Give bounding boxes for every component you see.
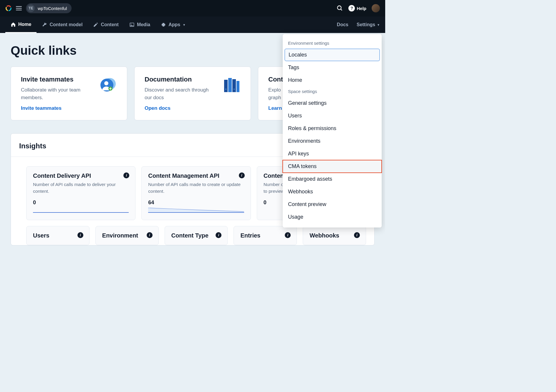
dropdown-item-environments[interactable]: Environments — [283, 135, 382, 147]
nav-home[interactable]: Home — [5, 16, 37, 33]
card-title: Cont — [268, 76, 283, 83]
insight-title: Content Management API — [148, 172, 244, 179]
teammates-icon — [98, 76, 117, 94]
metric-content-type: i Content Type — [165, 226, 228, 245]
svg-rect-13 — [232, 79, 236, 92]
nav-label: Content model — [49, 22, 82, 27]
metric-title: Content Type — [171, 232, 221, 239]
dropdown-item-embargoed[interactable]: Embargoed assets — [283, 173, 382, 185]
topbar-left: TE wpToContenful — [5, 3, 72, 13]
nav-content-model[interactable]: Content model — [37, 16, 88, 33]
dropdown-item-cma-tokens[interactable]: CMA tokens — [283, 160, 382, 173]
navbar-right: Docs Settings ▼ — [337, 22, 380, 27]
nav-label: Content — [101, 22, 118, 27]
help-icon: ? — [348, 5, 355, 11]
pen-icon — [93, 22, 98, 27]
sparkline — [148, 207, 244, 213]
metric-webhooks: i Webhooks — [303, 226, 366, 245]
dropdown-item-home[interactable]: Home — [283, 74, 382, 87]
sparkline — [33, 207, 129, 213]
svg-point-3 — [337, 6, 341, 10]
metric-title: Webhooks — [310, 232, 359, 239]
dropdown-item-webhooks[interactable]: Webhooks — [283, 185, 382, 198]
nav-apps[interactable]: Apps ▼ — [155, 16, 191, 33]
dropdown-item-api-keys[interactable]: API keys — [283, 147, 382, 160]
insight-cda: i Content Delivery API Number of API cal… — [26, 166, 135, 220]
metric-entries: i Entries — [234, 226, 297, 245]
contentful-logo — [5, 5, 12, 11]
puzzle-icon — [161, 22, 166, 27]
help-label: Help — [357, 6, 366, 11]
nav-label: Apps — [168, 22, 180, 27]
nav-media[interactable]: Media — [124, 16, 155, 33]
navbar: Home Content model Content Media Apps ▼ … — [0, 16, 385, 33]
card-desc: Explo graph — [268, 86, 283, 101]
svg-rect-12 — [228, 78, 232, 92]
nav-settings[interactable]: Settings ▼ — [357, 22, 380, 27]
metric-users: i Users — [26, 226, 90, 245]
space-name: wpToContenful — [38, 6, 67, 11]
docs-label: Docs — [337, 22, 348, 27]
avatar[interactable] — [372, 4, 380, 12]
chevron-down-icon: ▼ — [377, 23, 380, 26]
dropdown-item-tags[interactable]: Tags — [283, 61, 382, 74]
info-icon[interactable]: i — [354, 232, 360, 238]
svg-point-15 — [225, 89, 226, 90]
image-icon — [129, 22, 135, 27]
topbar-right: ? Help — [337, 4, 380, 12]
navbar-left: Home Content model Content Media Apps ▼ — [5, 16, 191, 33]
insight-title: Content Delivery API — [33, 172, 129, 179]
svg-point-6 — [131, 24, 131, 24]
settings-label: Settings — [357, 22, 375, 27]
insight-value: 0 — [33, 200, 129, 206]
books-icon — [222, 76, 241, 94]
card-link[interactable]: Invite teammates — [21, 105, 62, 111]
dropdown-item-usage[interactable]: Usage — [283, 211, 382, 223]
chevron-down-icon: ▼ — [183, 23, 186, 26]
settings-dropdown: Environment settings Locales Tags Home S… — [283, 34, 382, 227]
info-icon[interactable]: i — [285, 232, 291, 238]
svg-point-9 — [104, 81, 108, 85]
nav-label: Home — [18, 22, 31, 27]
space-selector[interactable]: TE wpToContenful — [26, 3, 72, 13]
dropdown-item-general-settings[interactable]: General settings — [283, 97, 382, 109]
svg-line-4 — [341, 9, 342, 11]
insight-desc: Number of API calls made to deliver your… — [33, 181, 129, 195]
card-link[interactable]: Open docs — [145, 105, 171, 111]
info-icon[interactable]: i — [239, 172, 245, 178]
dropdown-item-locales[interactable]: Locales — [284, 49, 380, 61]
svg-rect-14 — [236, 81, 239, 92]
info-icon[interactable]: i — [216, 232, 221, 238]
home-icon — [11, 22, 16, 27]
wrench-icon — [42, 22, 47, 27]
dropdown-section-space: Space settings — [283, 87, 382, 97]
insight-value: 64 — [148, 200, 244, 206]
svg-rect-11 — [224, 80, 228, 92]
card-link[interactable]: Learn — [268, 105, 282, 111]
help-button[interactable]: ? Help — [348, 5, 366, 11]
nav-docs[interactable]: Docs — [337, 22, 348, 27]
search-icon[interactable] — [337, 5, 343, 11]
svg-point-16 — [234, 89, 235, 90]
card-desc: Discover and search through our docs — [145, 86, 216, 101]
menu-icon[interactable] — [16, 6, 22, 10]
metric-title: Entries — [240, 232, 290, 239]
dropdown-item-users[interactable]: Users — [283, 109, 382, 122]
metric-title: Users — [33, 232, 83, 239]
card-documentation: Documentation Discover and search throug… — [134, 67, 251, 120]
insight-desc: Number of API calls made to create or up… — [148, 181, 244, 195]
card-title: Documentation — [145, 76, 216, 83]
metric-environment: i Environment — [95, 226, 159, 245]
space-initials: TE — [27, 4, 35, 12]
info-icon[interactable]: i — [77, 232, 83, 238]
dropdown-section-env: Environment settings — [283, 38, 382, 49]
dropdown-item-content-preview[interactable]: Content preview — [283, 198, 382, 211]
card-desc: Collaborate with your team members. — [21, 86, 92, 101]
nav-label: Media — [137, 22, 150, 27]
insight-cma: i Content Management API Number of API c… — [141, 166, 251, 220]
topbar: TE wpToContenful ? Help — [0, 0, 385, 16]
info-icon[interactable]: i — [147, 232, 153, 238]
nav-content[interactable]: Content — [88, 16, 124, 33]
dropdown-item-roles[interactable]: Roles & permissions — [283, 122, 382, 135]
card-invite-teammates: Invite teammates Collaborate with your t… — [11, 67, 127, 120]
